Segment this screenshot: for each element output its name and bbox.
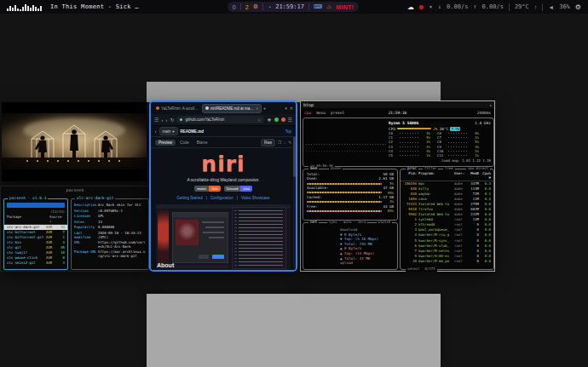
detail-row: Description Arc Dark skin for VLC [72, 203, 148, 209]
shield-extension-icon[interactable] [274, 118, 279, 122]
now-playing-title[interactable]: In This Moment - Sick … [50, 3, 139, 10]
matrix-badge[interactable]: matrix #niri [194, 186, 220, 192]
browser-scrollbar[interactable] [293, 136, 296, 268]
tab-code[interactable]: Code [176, 140, 193, 146]
detail-row: URL https://github.com/varlesh/VLC-Arc-D… [72, 240, 148, 249]
sidebar-toggle-icon[interactable]: ☰ [154, 117, 159, 123]
about-heading: About [157, 262, 174, 268]
updates-count[interactable]: 2 [245, 4, 249, 10]
disks-tab[interactable]: disks [329, 167, 343, 171]
upload-label: upload [340, 261, 393, 266]
back-icon[interactable]: ‹ [161, 118, 163, 123]
cpu-box: Ryzen 5 5600G 1.4 GHz CPU 2% 38°C 7.7W C… [303, 118, 494, 167]
url-bar[interactable]: github.com/YaLTeR/niri ☆ [176, 116, 264, 123]
memory-row: Used: 2.61 GB 5% [303, 176, 397, 186]
discord-badge[interactable]: Discord chat [224, 186, 252, 192]
settings-power-icon[interactable]: ⚙ [575, 3, 581, 11]
branch-selector[interactable]: main ▾ [159, 127, 178, 135]
favicon [156, 106, 159, 110]
browser-tab-inactive[interactable]: YaLTeR/niri: A scroll… [153, 105, 201, 112]
tab-overflow-icon[interactable]: ▾ [285, 106, 287, 111]
niri-logo: niri [201, 153, 245, 175]
forward-icon[interactable]: › [165, 118, 167, 123]
memory-row: Free: 44 GB 89% [303, 204, 397, 214]
process-row[interactable]: 10 kworker/R-mm_pe root 0 0.0 [401, 259, 493, 264]
net-upload-icon: ↑ [473, 3, 476, 10]
refresh-interval[interactable]: 2000ms [477, 111, 491, 115]
collapse-files-icon[interactable]: ‹ [155, 129, 157, 134]
notification-count[interactable]: 0 [233, 4, 236, 10]
window-close-icon[interactable]: ✕ [290, 106, 293, 111]
divider [542, 3, 543, 11]
proc-filter[interactable]: filter [423, 167, 438, 171]
browser-window[interactable]: YaLTeR/niri: A scroll… niri/README.md at… [149, 100, 297, 272]
readme-link[interactable]: Video Showcase [237, 196, 270, 200]
app-menu-icon[interactable]: ☰ [288, 117, 292, 123]
package-row[interactable]: vlc-skins2-git AUR 3 [4, 261, 67, 266]
browser-toolbar: ☰ ‹ › ↻ github.com/YaLTeR/niri ☆ ❖ ☰ [151, 114, 296, 126]
tab-preview[interactable]: Preview [155, 140, 176, 146]
raw-button[interactable]: Raw [261, 139, 275, 146]
workspace-placeholder-bottom[interactable] [147, 294, 441, 367]
pacseek-results-panel: pacseek - v1.8.3 (13/13) Package Source … [3, 198, 68, 270]
tray-app-icon[interactable] [419, 5, 424, 9]
volume-icon[interactable]: ◄ [548, 4, 554, 10]
cpu-temperature[interactable]: 29°C [515, 3, 529, 10]
updates-gear-icon[interactable]: ⚙ [253, 3, 258, 10]
network-icon[interactable]: ▼ [429, 4, 433, 9]
new-tab-button[interactable]: + [263, 106, 267, 111]
extensions-icon[interactable]: ❖ [267, 117, 271, 123]
process-columns: Pid: Program: User: MemB Cpu% ▼ [401, 169, 493, 181]
back-to-top-link[interactable]: Top [285, 129, 291, 134]
tray-cloud-icon[interactable]: ☁ [407, 3, 414, 11]
upload-stats: ▲ 0 Byte/s▲ Top: (14 Mbps)▲ Total: 41 MB [340, 246, 393, 261]
edit-pencil-icon[interactable]: ✎ [288, 140, 291, 145]
browser-tab-active[interactable]: niri/README.md at ma… ✕ [203, 105, 261, 112]
bookmark-star-icon[interactable]: ☆ [257, 118, 261, 123]
proc-footer: select 0/373 [406, 267, 437, 272]
net-download-speed[interactable]: 0.00/s [447, 3, 468, 10]
download-stats: ▼ 0 Byte/s▼ Top: (5.16 Mbps)▼ Total: 745… [340, 232, 393, 247]
clock-text[interactable]: 21:59:17 [275, 3, 304, 10]
pacseek-panel-title: pacseek - v1.8.3 [8, 196, 48, 200]
memory-rows: Total: 50 GB Used: 2.61 GB [303, 172, 397, 214]
detail-row: Last modified 2020-09-10 - 18:34:13 (UTC… [72, 231, 148, 240]
readme-link[interactable]: Configuration [206, 196, 233, 200]
net-interface[interactable]: wlp1s0 [377, 221, 392, 225]
workspace-placeholder-top[interactable] [147, 82, 441, 102]
url-text: github.com/YaLTeR/niri [185, 118, 224, 122]
package-list: vlc-arc-dark-git AUR 13 vlc-bittorrent A… [4, 225, 67, 266]
desktop: In This Moment - Sick … 0 2 ⚙ ◔ 21:59:17… [0, 0, 588, 367]
net-upload-speed[interactable]: 0.00/s [482, 3, 504, 10]
keyboard-layout-icon[interactable]: ⌨ [314, 3, 322, 10]
proc-sort[interactable]: cpu direct [466, 167, 490, 171]
close-button[interactable]: ✕ [490, 103, 492, 107]
terminal-titlebar[interactable]: pacseek [1, 186, 149, 193]
file-path[interactable]: README.md [181, 129, 205, 134]
menu-button[interactable]: menu [316, 111, 326, 115]
detail-row: Version r8.097d85c-1 [72, 209, 148, 215]
net-options[interactable]: sync · auto · zero [327, 221, 367, 225]
status-pill-group[interactable]: 0 2 ⚙ ◔ 21:59:17 ⌨ ♨ MINT! [228, 2, 359, 12]
profile-icon[interactable] [281, 118, 285, 122]
net-download-icon: ↓ [438, 3, 441, 10]
search-input[interactable] [7, 203, 65, 208]
menu-cpu[interactable]: cpu [304, 111, 311, 115]
tab-blame[interactable]: Blame [193, 140, 211, 146]
volume-level[interactable]: 36% [559, 3, 570, 10]
preset-button[interactable]: preset [331, 111, 344, 115]
proc-box-title: proc [406, 167, 418, 171]
readme-link[interactable]: Getting Started [177, 196, 203, 200]
download-icon[interactable]: ↓ [284, 140, 285, 145]
network-box: net sync · auto · zero wlp1s0 download ▼… [303, 222, 398, 270]
btop-terminal-window[interactable]: btop ✕ cpu menu preset 21:59:16 2000ms R… [300, 100, 495, 272]
pacseek-terminal-window[interactable]: pacseek pacseek - v1.8.3 (13/13) Package… [0, 186, 150, 272]
alert-label[interactable]: MINT! [336, 4, 354, 10]
copy-icon[interactable]: ❐ [278, 140, 281, 145]
proc-tree[interactable]: tree [443, 167, 455, 171]
mpv-video-window[interactable] [2, 102, 147, 181]
tab-close-icon[interactable]: ✕ [256, 106, 258, 111]
reload-icon[interactable]: ↻ [170, 117, 174, 123]
readme-screenshot [156, 204, 291, 270]
terminal-titlebar[interactable]: btop ✕ [301, 101, 494, 108]
